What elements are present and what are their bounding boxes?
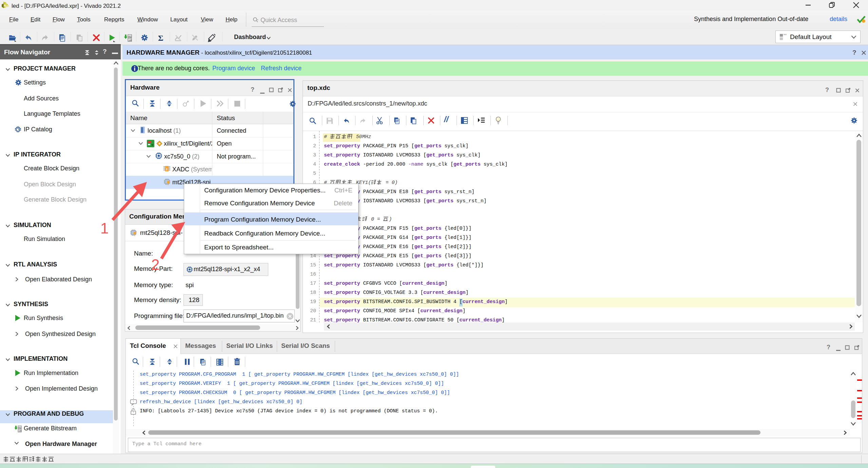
- svg-text:01: 01: [18, 426, 21, 429]
- svg-text:I: I: [166, 167, 168, 171]
- svg-text:10: 10: [128, 39, 132, 42]
- svg-text:Σ: Σ: [158, 34, 163, 42]
- svg-text:10: 10: [18, 430, 21, 432]
- svg-text:01: 01: [128, 35, 132, 38]
